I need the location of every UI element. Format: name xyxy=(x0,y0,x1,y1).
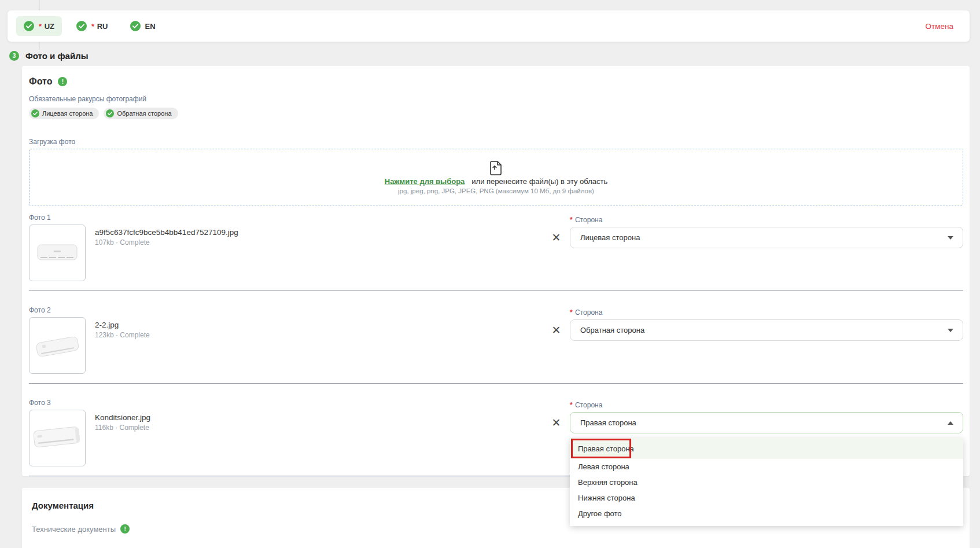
side-select-value: Лицевая сторона xyxy=(580,233,640,242)
side-select-dropdown-menu: Правая сторона Левая сторона Верхняя сто… xyxy=(570,438,963,526)
side-select-value: Обратная сторона xyxy=(580,326,644,334)
photo-row-1: Фото 1 a9f5c637fcfc9bce5b4bb41ed7527109.… xyxy=(29,214,963,291)
required-asterisk: * xyxy=(570,308,573,317)
photo-row-label: Фото 2 xyxy=(29,306,543,314)
tab-label: RU xyxy=(97,22,108,31)
menu-item-left-side[interactable]: Левая сторона xyxy=(570,459,963,475)
section-title: Фото и файлы xyxy=(25,51,89,61)
remove-photo-icon[interactable]: ✕ xyxy=(543,412,570,433)
warning-icon: ! xyxy=(120,524,130,534)
remove-photo-icon[interactable]: ✕ xyxy=(543,227,570,248)
chevron-down-icon xyxy=(948,236,953,240)
file-name: a9f5c637fcfc9bce5b4bb41ed7527109.jpg xyxy=(95,228,238,237)
upload-select-link[interactable]: Нажмите для выбора xyxy=(385,177,465,186)
required-angles-label: Обязательные ракурсы фотографий xyxy=(29,95,963,103)
air-conditioner-image xyxy=(30,410,85,466)
photo-row-label: Фото 3 xyxy=(29,399,543,407)
side-field-label: * Сторона xyxy=(570,401,963,409)
tab-lang-en[interactable]: EN xyxy=(123,16,163,36)
menu-item-right-side[interactable]: Правая сторона xyxy=(570,438,963,459)
file-meta: 123kb · Complete xyxy=(95,331,150,339)
page: * UZ * RU EN Отмена 3 Фото и файлы Фото … xyxy=(0,0,980,548)
required-asterisk: * xyxy=(39,22,42,31)
section-header: 3 Фото и файлы xyxy=(9,51,89,61)
menu-item-bottom-side[interactable]: Нижняя сторона xyxy=(570,490,963,506)
file-meta: 107kb · Complete xyxy=(95,238,238,247)
angle-chip-back: Обратная сторона xyxy=(104,108,178,119)
chevron-down-icon xyxy=(948,329,953,332)
required-asterisk: * xyxy=(570,216,573,224)
check-icon xyxy=(24,21,34,31)
file-meta: 116kb · Complete xyxy=(95,424,150,432)
air-conditioner-image xyxy=(30,225,85,281)
air-conditioner-image xyxy=(30,318,85,373)
upload-hint: или перенесите файл(ы) в эту область xyxy=(471,177,607,186)
scroll-guide-line-top xyxy=(39,0,39,10)
side-field-label: * Сторона xyxy=(570,308,963,317)
photo-rows: Фото 1 a9f5c637fcfc9bce5b4bb41ed7527109.… xyxy=(29,214,963,476)
chevron-up-icon xyxy=(948,421,953,425)
tab-lang-uz[interactable]: * UZ xyxy=(16,16,62,36)
required-asterisk: * xyxy=(570,401,573,409)
check-icon xyxy=(76,21,87,31)
step-number-badge: 3 xyxy=(9,51,19,61)
upload-formats: jpg, jpeg, png, JPG, JPEG, PNG (максимум… xyxy=(398,187,594,194)
angle-chips: Лицевая сторона Обратная сторона xyxy=(29,108,963,119)
tab-label: EN xyxy=(145,22,156,31)
angle-chip-front: Лицевая сторона xyxy=(29,108,99,119)
upload-dropzone[interactable]: Нажмите для выбора или перенесите файл(ы… xyxy=(29,149,963,205)
chip-label: Обратная сторона xyxy=(117,110,171,117)
side-select-open[interactable]: Правая сторона xyxy=(570,412,963,433)
file-name: Konditsioner.jpg xyxy=(95,413,150,422)
tech-docs-label: Технические документы xyxy=(32,525,116,534)
scroll-guide-line-bottom xyxy=(39,42,39,50)
check-icon xyxy=(31,109,39,117)
required-asterisk: * xyxy=(91,22,94,31)
side-select-value: Правая сторона xyxy=(580,418,636,427)
photo-card-title: Фото xyxy=(29,76,52,87)
chip-label: Лицевая сторона xyxy=(42,110,93,117)
photo-thumbnail[interactable] xyxy=(29,410,86,466)
tab-label: UZ xyxy=(45,22,54,31)
side-select[interactable]: Лицевая сторона xyxy=(570,227,963,248)
remove-photo-icon[interactable]: ✕ xyxy=(543,319,570,341)
photo-row-2: Фото 2 2-2.jpg xyxy=(29,306,963,384)
photo-card-title-row: Фото ! xyxy=(29,76,963,87)
photo-row-3: Фото 3 xyxy=(29,399,963,476)
check-icon xyxy=(106,109,114,117)
photo-row-label: Фото 1 xyxy=(29,214,543,222)
warning-icon: ! xyxy=(58,77,67,86)
photo-thumbnail[interactable] xyxy=(29,317,86,374)
side-select[interactable]: Обратная сторона xyxy=(570,319,963,341)
file-upload-icon xyxy=(490,160,503,175)
upload-zone-label: Загрузка фото xyxy=(29,138,963,146)
check-icon xyxy=(130,21,141,31)
side-field-label: * Сторона xyxy=(570,216,963,224)
language-bar: * UZ * RU EN Отмена xyxy=(8,10,970,42)
file-name: 2-2.jpg xyxy=(95,321,150,329)
cancel-button[interactable]: Отмена xyxy=(926,22,953,31)
menu-item-top-side[interactable]: Верхняя сторона xyxy=(570,475,963,490)
photo-thumbnail[interactable] xyxy=(29,225,86,281)
photo-card: Фото ! Обязательные ракурсы фотографий Л… xyxy=(22,66,970,476)
menu-item-other-photo[interactable]: Другое фото xyxy=(570,506,963,521)
tab-lang-ru[interactable]: * RU xyxy=(69,16,115,36)
